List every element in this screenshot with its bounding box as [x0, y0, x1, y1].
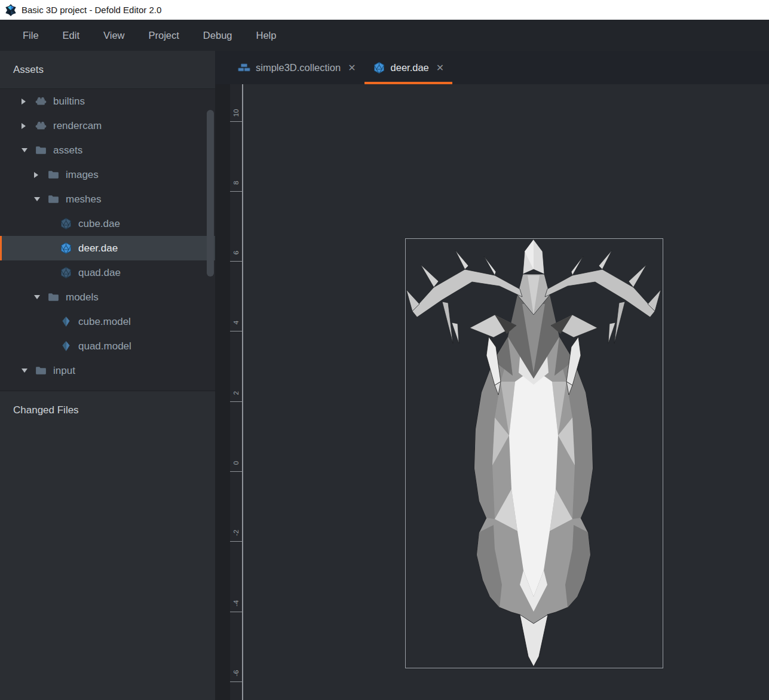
tab-close-icon[interactable]: ✕	[436, 62, 444, 73]
tree-item-label: images	[66, 169, 99, 181]
ruler-label: 4	[232, 314, 240, 331]
menu-help[interactable]: Help	[244, 20, 288, 51]
ruler-tick	[230, 681, 243, 682]
ruler-label: 10	[232, 105, 240, 121]
ruler-label: 6	[232, 244, 240, 261]
menubar: FileEditViewProjectDebugHelp	[0, 20, 769, 51]
asset-tree: builtinsrendercamassetsimagesmeshescube.…	[0, 88, 215, 391]
dae-icon	[60, 266, 74, 280]
menu-view[interactable]: View	[91, 20, 136, 51]
ruler-label: -6	[232, 665, 240, 681]
tab-close-icon[interactable]: ✕	[348, 62, 356, 73]
editor-main: simple3D.collection✕deer.dae✕	[215, 51, 769, 700]
tree-scrollbar-thumb[interactable]	[207, 110, 214, 277]
tree-item-input[interactable]: input	[0, 358, 215, 383]
tree-item-cube-dae[interactable]: cube.dae	[0, 211, 215, 236]
tree-item-assets[interactable]: assets	[0, 138, 215, 162]
tab-label: deer.dae	[391, 62, 429, 73]
disclosure-collapsed-icon[interactable]	[22, 99, 35, 105]
tree-item-label: quad.dae	[78, 267, 121, 279]
tree-item-label: quad.model	[78, 340, 131, 352]
model-icon	[60, 340, 74, 353]
menu-file[interactable]: File	[11, 20, 51, 51]
dae-icon	[60, 217, 74, 231]
disclosure-collapsed-icon[interactable]	[34, 172, 47, 178]
tabbar: simple3D.collection✕deer.dae✕	[215, 51, 769, 84]
tree-item-label: cube.model	[78, 316, 131, 328]
menu-edit[interactable]: Edit	[51, 20, 91, 51]
puzzle-icon	[35, 119, 49, 133]
model-icon	[60, 315, 74, 328]
ruler-label: 2	[232, 385, 240, 401]
ruler-tick	[230, 541, 243, 542]
tree-item-label: rendercam	[53, 120, 102, 132]
disclosure-expanded-icon[interactable]	[34, 197, 47, 201]
ruler-label: -4	[232, 595, 240, 612]
tree-item-quad-model[interactable]: quad.model	[0, 334, 215, 358]
window-title: Basic 3D project - Defold Editor 2.0	[22, 5, 161, 15]
deer-model-preview	[405, 238, 663, 668]
tree-item-cube-model[interactable]: cube.model	[0, 309, 215, 334]
tree-item-deer-dae[interactable]: deer.dae	[0, 236, 215, 260]
defold-logo-icon	[4, 4, 17, 17]
titlebar: Basic 3D project - Defold Editor 2.0	[0, 0, 769, 20]
tree-item-label: cube.dae	[78, 218, 120, 230]
tree-item-label: input	[53, 365, 75, 377]
tree-item-label: builtins	[53, 96, 85, 108]
tree-item-rendercam[interactable]: rendercam	[0, 113, 215, 138]
tab-deer-dae[interactable]: deer.dae✕	[364, 51, 453, 84]
dae-active-icon	[60, 242, 74, 255]
defold-editor-window: Basic 3D project - Defold Editor 2.0 Fil…	[0, 0, 769, 700]
collection-icon	[238, 62, 250, 74]
disclosure-expanded-icon[interactable]	[22, 148, 35, 152]
ruler-tick	[230, 331, 243, 331]
disclosure-collapsed-icon[interactable]	[22, 123, 35, 129]
disclosure-expanded-icon[interactable]	[22, 369, 35, 373]
tree-item-label: models	[66, 291, 99, 303]
folder-icon	[47, 168, 62, 182]
assets-panel-header: Assets	[0, 51, 215, 88]
tree-item-quad-dae[interactable]: quad.dae	[0, 260, 215, 285]
tab-simple3D-collection[interactable]: simple3D.collection✕	[229, 51, 364, 84]
tree-item-label: assets	[53, 145, 82, 156]
tree-item-models[interactable]: models	[0, 285, 215, 309]
disclosure-expanded-icon[interactable]	[34, 295, 47, 299]
ruler-tick	[230, 471, 243, 472]
dae-active-icon	[373, 62, 385, 74]
ruler-label: 8	[232, 174, 240, 191]
ruler-tick	[230, 261, 243, 262]
assets-panel: Assets builtinsrendercamassetsimagesmesh…	[0, 51, 215, 700]
tree-item-label: deer.dae	[78, 242, 118, 254]
menu-project[interactable]: Project	[137, 20, 191, 51]
tree-item-images[interactable]: images	[0, 162, 215, 187]
tab-label: simple3D.collection	[256, 62, 341, 73]
folder-icon	[35, 144, 49, 157]
ruler-label: -2	[232, 524, 240, 541]
folder-icon	[47, 193, 62, 206]
ruler-label: 0	[232, 455, 240, 471]
folder-icon	[47, 291, 62, 304]
scene-viewport[interactable]: 1086420-2-4-6	[215, 84, 769, 700]
menu-debug[interactable]: Debug	[191, 20, 244, 51]
folder-icon	[35, 364, 49, 377]
panel-gap	[215, 84, 230, 700]
puzzle-icon	[35, 95, 49, 108]
tree-item-label: meshes	[66, 194, 102, 205]
tree-item-meshes[interactable]: meshes	[0, 187, 215, 211]
changed-files-header: Changed Files	[0, 391, 215, 429]
tree-item-builtins[interactable]: builtins	[0, 89, 215, 113]
